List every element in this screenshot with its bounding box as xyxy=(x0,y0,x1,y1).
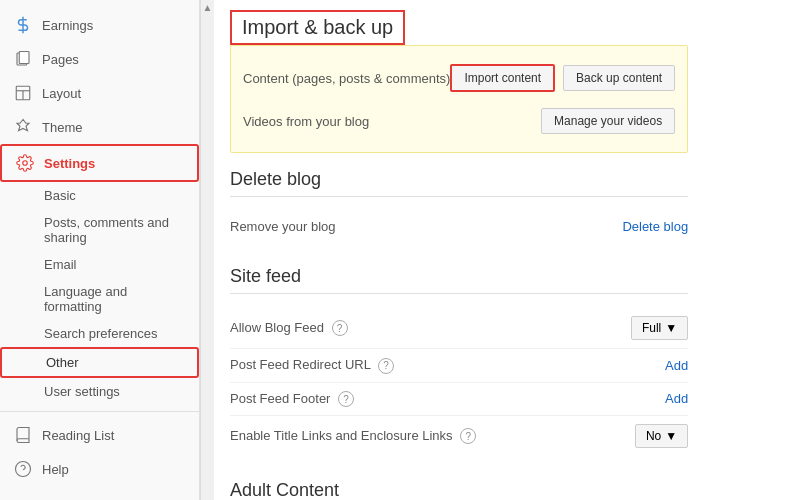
delete-blog-link[interactable]: Delete blog xyxy=(622,219,688,234)
sidebar-sub-item-email-label: Email xyxy=(44,257,77,272)
sidebar-sub-item-user-settings[interactable]: User settings xyxy=(0,378,199,405)
sidebar-sub-item-other[interactable]: Other xyxy=(0,347,199,378)
sidebar-sub-item-basic-label: Basic xyxy=(44,188,76,203)
book-icon xyxy=(12,426,34,444)
sidebar-item-theme[interactable]: Theme xyxy=(0,110,199,144)
layout-icon xyxy=(12,84,34,102)
videos-actions: Manage your videos xyxy=(541,108,675,134)
pages-icon xyxy=(12,50,34,68)
main-content-wrap: ▲ Import & back up Content (pages, posts… xyxy=(200,0,704,500)
svg-rect-2 xyxy=(19,52,29,64)
sidebar-item-theme-label: Theme xyxy=(42,120,82,135)
sidebar-sub-item-other-label: Other xyxy=(46,355,79,370)
sidebar-sub-item-basic[interactable]: Basic xyxy=(0,182,199,209)
post-footer-help-icon[interactable]: ? xyxy=(338,391,354,407)
post-redirect-link[interactable]: Add xyxy=(665,358,688,373)
post-footer-link[interactable]: Add xyxy=(665,391,688,406)
sidebar: Earnings Pages Layout Theme xyxy=(0,0,200,500)
sidebar-sub-item-user-settings-label: User settings xyxy=(44,384,120,399)
title-links-label: Enable Title Links and Enclosure Links ? xyxy=(230,428,635,445)
sidebar-item-earnings-label: Earnings xyxy=(42,18,93,33)
sidebar-item-layout-label: Layout xyxy=(42,86,81,101)
sidebar-sub-item-search-label: Search preferences xyxy=(44,326,157,341)
sidebar-item-reading-list-label: Reading List xyxy=(42,428,114,443)
title-links-dropdown[interactable]: No ▼ xyxy=(635,424,688,448)
allow-blog-feed-dropdown[interactable]: Full ▼ xyxy=(631,316,688,340)
sidebar-sub-item-email[interactable]: Email xyxy=(0,251,199,278)
sidebar-sub-item-posts-comments[interactable]: Posts, comments and sharing xyxy=(0,209,199,251)
delete-blog-heading: Delete blog xyxy=(230,169,688,197)
content-row: Content (pages, posts & comments) Import… xyxy=(243,56,675,100)
scroll-up-arrow[interactable]: ▲ xyxy=(203,2,213,13)
svg-point-7 xyxy=(16,462,31,477)
sidebar-item-settings[interactable]: Settings xyxy=(0,144,199,182)
scrollbar[interactable]: ▲ xyxy=(200,0,214,500)
delete-blog-rows: Remove your blog Delete blog xyxy=(230,203,688,250)
help-icon xyxy=(12,460,34,478)
sidebar-sub-item-posts-label: Posts, comments and sharing xyxy=(44,215,169,245)
post-redirect-row: Post Feed Redirect URL ? Add xyxy=(230,349,688,383)
page-title: Import & back up xyxy=(242,16,393,38)
dollar-icon xyxy=(12,16,34,34)
title-links-help-icon[interactable]: ? xyxy=(460,428,476,444)
sidebar-sub-item-language[interactable]: Language and formatting xyxy=(0,278,199,320)
sidebar-item-help-label: Help xyxy=(42,462,69,477)
post-footer-label: Post Feed Footer ? xyxy=(230,391,665,408)
post-footer-row: Post Feed Footer ? Add xyxy=(230,383,688,417)
theme-icon xyxy=(12,118,34,136)
sidebar-divider xyxy=(0,411,199,412)
title-links-row: Enable Title Links and Enclosure Links ?… xyxy=(230,416,688,456)
manage-videos-button[interactable]: Manage your videos xyxy=(541,108,675,134)
allow-blog-feed-row: Allow Blog Feed ? Full ▼ xyxy=(230,308,688,349)
sidebar-item-earnings[interactable]: Earnings xyxy=(0,8,199,42)
sidebar-sub-item-language-label: Language and formatting xyxy=(44,284,127,314)
post-redirect-help-icon[interactable]: ? xyxy=(378,358,394,374)
gear-icon xyxy=(14,154,36,172)
videos-label: Videos from your blog xyxy=(243,114,541,129)
content-label: Content (pages, posts & comments) xyxy=(243,71,450,86)
sidebar-item-settings-label: Settings xyxy=(44,156,95,171)
main-content: Import & back up Content (pages, posts &… xyxy=(214,0,704,500)
backup-content-button[interactable]: Back up content xyxy=(563,65,675,91)
sidebar-item-reading-list[interactable]: Reading List xyxy=(0,418,199,452)
import-backup-section: Content (pages, posts & comments) Import… xyxy=(230,45,688,153)
post-redirect-label: Post Feed Redirect URL ? xyxy=(230,357,665,374)
dropdown-arrow-icon: ▼ xyxy=(665,321,677,335)
sidebar-sub-item-search[interactable]: Search preferences xyxy=(0,320,199,347)
allow-blog-feed-help-icon[interactable]: ? xyxy=(332,320,348,336)
remove-blog-label: Remove your blog xyxy=(230,219,622,234)
remove-blog-row: Remove your blog Delete blog xyxy=(230,211,688,242)
site-feed-rows: Allow Blog Feed ? Full ▼ Post Feed Redir… xyxy=(230,300,688,464)
page-title-wrapper: Import & back up xyxy=(230,10,688,45)
site-feed-section: Site feed Allow Blog Feed ? Full ▼ xyxy=(214,266,704,464)
page-title-box: Import & back up xyxy=(230,10,405,45)
sidebar-item-pages[interactable]: Pages xyxy=(0,42,199,76)
import-content-button[interactable]: Import content xyxy=(450,64,555,92)
site-feed-heading: Site feed xyxy=(230,266,688,294)
adult-content-heading: Adult Content xyxy=(230,480,688,500)
sidebar-item-layout[interactable]: Layout xyxy=(0,76,199,110)
sidebar-item-help[interactable]: Help xyxy=(0,452,199,486)
svg-point-6 xyxy=(23,161,28,166)
videos-row: Videos from your blog Manage your videos xyxy=(243,100,675,142)
sidebar-item-pages-label: Pages xyxy=(42,52,79,67)
allow-blog-feed-label: Allow Blog Feed ? xyxy=(230,320,631,337)
delete-blog-section: Delete blog Remove your blog Delete blog xyxy=(214,169,704,250)
title-links-dropdown-arrow-icon: ▼ xyxy=(665,429,677,443)
content-actions: Import content Back up content xyxy=(450,64,675,92)
